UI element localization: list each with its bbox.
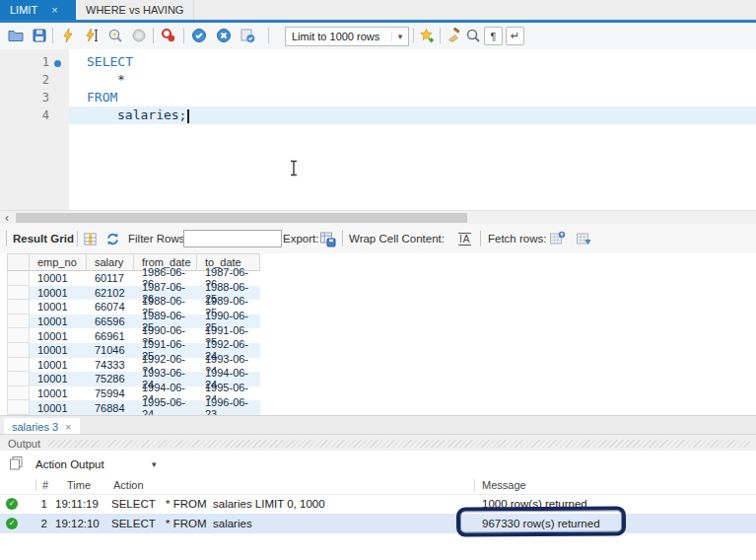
editor-line: 2 * [0,71,756,89]
cell-salary[interactable]: 66074 [87,300,134,315]
beautify-icon[interactable] [445,27,462,44]
editor-hscrollbar[interactable]: ‹ [0,210,756,225]
output-row-index: 2 [18,518,47,529]
tab-salaries-3-label: salaries 3 [12,421,58,433]
toolbar-separator [268,28,269,43]
row-selector[interactable] [7,358,30,373]
save-snippet-icon[interactable] [418,27,436,44]
refresh-icon[interactable] [105,224,120,253]
output-row-action: SELECT * FROM salaries [111,518,252,529]
cell-salary[interactable]: 76884 [87,400,134,415]
row-selector[interactable] [7,271,30,286]
row-selector[interactable] [7,372,30,386]
row-selector[interactable] [7,400,30,415]
limit-rows-dropdown[interactable]: Limit to 1000 rows ▾ [285,27,409,46]
table-row[interactable]: 10001 75286 1993-06-24 1994-06-24 [7,372,756,386]
cell-emp-no[interactable]: 10001 [30,372,87,386]
success-check-icon: ✓ [6,498,18,510]
export-icon[interactable] [319,224,336,253]
filter-rows-label: Filter Rows: [128,224,188,253]
column-header[interactable]: emp_no [30,253,87,271]
result-grid-body: 10001 60117 1986-06-26 1987-06-26 10001 … [0,271,756,415]
wrap-text-icon[interactable]: ↵ [506,27,524,45]
cell-salary[interactable]: 66596 [87,315,134,329]
scrollbar-thumb[interactable] [16,213,467,223]
sql-text: FROM [69,89,756,106]
sql-toolbar: Limit to 1000 rows ▾ ¶ ↵ [0,23,756,50]
table-row[interactable]: 10001 71046 1991-06-25 1992-06-24 [7,343,756,358]
cell-emp-no[interactable]: 10001 [30,271,87,286]
cell-to-date[interactable]: 1996-06-23 [197,400,260,415]
output-row[interactable]: ✓ 1 19:11:19 SELECT * FROM salaries LIMI… [0,494,756,514]
wrap-glyph: ↵ [511,30,519,42]
table-row[interactable]: 10001 74333 1992-06-24 1993-06-24 [7,358,756,373]
fetch-more-rows-icon[interactable] [549,224,566,253]
row-selector[interactable] [7,328,30,343]
sql-text: salaries; [69,106,756,124]
commit-icon[interactable] [190,27,208,44]
cell-emp-no[interactable]: 10001 [30,386,87,401]
row-selector[interactable] [7,315,30,329]
table-row[interactable]: 10001 75994 1994-06-24 1995-06-24 [7,386,756,401]
tab-salaries-3[interactable]: salaries 3 × [4,418,80,435]
output-row-selected[interactable]: ✓ 2 19:12:10 SELECT * FROM salaries 9673… [0,514,756,533]
line-number: 3 [0,91,69,105]
text-caret [187,109,189,123]
row-selector[interactable] [7,343,30,358]
output-row-time: 19:11:19 [55,498,104,510]
table-row[interactable]: 10001 66961 1990-06-25 1991-06-25 [7,328,756,343]
cell-emp-no[interactable]: 10001 [30,315,87,329]
table-row[interactable]: 10001 66596 1989-06-25 1990-06-25 [7,315,756,329]
cell-from-date[interactable]: 1995-06-24 [134,400,197,415]
close-icon[interactable]: × [51,4,57,16]
open-script-icon[interactable] [7,27,25,44]
scroll-left-arrow[interactable]: ‹ [0,211,14,225]
cell-salary[interactable]: 71046 [87,343,134,358]
result-grid: emp_no salary from_date to_date 10001 60… [0,253,756,415]
cell-emp-no[interactable]: 10001 [30,328,87,343]
column-header[interactable]: salary [87,253,134,271]
table-row[interactable]: 10001 76884 1995-06-24 1996-06-23 [7,400,756,415]
execute-current-statement-icon[interactable] [83,27,101,44]
save-script-icon[interactable] [31,27,48,44]
cell-salary[interactable]: 60117 [87,271,134,286]
cell-emp-no[interactable]: 10001 [30,358,87,373]
cell-salary[interactable]: 75286 [87,372,134,386]
invisible-characters-icon[interactable]: ¶ [484,27,503,45]
grid-columns-icon[interactable] [83,224,98,253]
close-icon[interactable]: × [65,421,71,433]
fetch-all-rows-icon[interactable] [576,224,592,253]
table-row[interactable]: 10001 62102 1987-06-26 1988-06-25 [7,286,756,301]
table-row[interactable]: 10001 60117 1986-06-26 1987-06-26 [7,271,756,286]
filter-rows-input[interactable] [183,230,282,247]
wrap-cell-content-icon[interactable]: IA [458,224,471,253]
editor-line: 3 FROM [0,89,756,106]
row-selector-header[interactable] [7,253,30,271]
row-selector[interactable] [7,300,30,315]
explain-icon[interactable] [106,27,124,44]
row-selector[interactable] [7,386,30,401]
cell-salary[interactable]: 62102 [87,286,134,301]
cell-emp-no[interactable]: 10001 [30,286,87,301]
autocommit-icon[interactable] [239,27,256,44]
cell-emp-no[interactable]: 10001 [30,300,87,315]
cell-salary[interactable]: 66961 [87,328,134,343]
find-icon[interactable] [464,27,482,44]
row-selector[interactable] [7,286,30,301]
cell-emp-no[interactable]: 10001 [30,400,87,415]
sql-editor[interactable]: 1 SELECT 2 * 3 FROM 4 salaries; [0,49,756,210]
cell-salary[interactable]: 75994 [87,386,134,401]
execute-icon[interactable] [59,27,77,44]
output-type-dropdown[interactable]: Action Output [35,458,152,470]
statement-marker-icon [54,60,61,67]
tab-limit[interactable]: LIMIT × [0,0,76,20]
chevron-down-icon[interactable]: ▾ [152,459,157,469]
cell-emp-no[interactable]: 10001 [30,343,87,358]
tab-where-vs-having[interactable]: WHERE vs HAVING [76,0,194,20]
pilcrow-glyph: ¶ [491,31,497,42]
line-number: 2 [0,73,69,87]
rollback-icon[interactable] [215,27,233,44]
cell-salary[interactable]: 74333 [87,358,134,373]
table-row[interactable]: 10001 66074 1988-06-25 1989-06-25 [7,300,756,315]
stop-on-error-icon[interactable] [160,27,177,44]
